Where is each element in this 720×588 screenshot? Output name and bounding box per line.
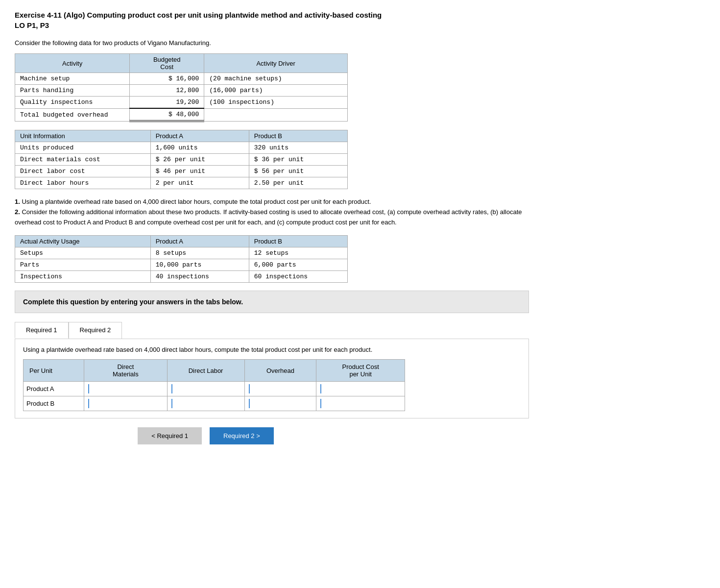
tab-required-1-label: Required 1 bbox=[26, 326, 57, 334]
driver-cell: (16,000 parts) bbox=[204, 85, 348, 97]
product-b-dl-input[interactable] bbox=[171, 399, 240, 408]
product-b-value: 6,000 parts bbox=[249, 259, 347, 271]
tab-instruction: Using a plantwide overhead rate based on… bbox=[23, 346, 521, 353]
product-a-row: Product A bbox=[24, 382, 405, 396]
activity-header: Activity bbox=[15, 54, 130, 73]
table-row: Setups 8 setups 12 setups bbox=[15, 247, 348, 259]
unit-info-header: Unit Information bbox=[15, 130, 151, 142]
tab-required-2[interactable]: Required 2 bbox=[69, 322, 122, 339]
table-row: Parts 10,000 parts 6,000 parts bbox=[15, 259, 348, 271]
activity-table: Activity BudgetedCost Activity Driver Ma… bbox=[15, 53, 348, 122]
product-a-dl-cell[interactable] bbox=[167, 382, 244, 396]
product-a-value: $ 26 per unit bbox=[150, 154, 249, 166]
cost-cell: $ 16,000 bbox=[130, 73, 204, 85]
unit-table-container: Unit Information Product A Product B Uni… bbox=[15, 130, 387, 189]
direct-materials-header: DirectMaterials bbox=[84, 360, 167, 382]
product-b-label: Product B bbox=[24, 396, 84, 411]
cost-cell: 12,800 bbox=[130, 85, 204, 97]
product-b-value: 320 units bbox=[249, 142, 347, 154]
table-row: Direct labor hours 2 per unit 2.50 per u… bbox=[15, 177, 348, 189]
product-b-dm-cell[interactable] bbox=[84, 396, 167, 411]
table-row: Parts handling 12,800 (16,000 parts) bbox=[15, 85, 348, 97]
tab-required-1[interactable]: Required 1 bbox=[15, 322, 69, 339]
product-a-pc-cell[interactable] bbox=[316, 382, 405, 396]
unit-info-table: Unit Information Product A Product B Uni… bbox=[15, 130, 348, 189]
product-b-oh-cell[interactable] bbox=[244, 396, 316, 411]
product-a-label: Product A bbox=[24, 382, 84, 396]
product-a-oh-input[interactable] bbox=[249, 384, 312, 393]
driver-cell bbox=[204, 108, 348, 121]
product-b-dl-cell[interactable] bbox=[167, 396, 244, 411]
activity-cell: Parts handling bbox=[15, 85, 130, 97]
product-a-value: 8 setups bbox=[150, 247, 249, 259]
product-a-header: Product A bbox=[150, 236, 249, 247]
driver-cell: (20 machine setups) bbox=[204, 73, 348, 85]
tab-required-2-label: Required 2 bbox=[80, 326, 111, 334]
product-a-dm-cell[interactable] bbox=[84, 382, 167, 396]
product-b-header: Product B bbox=[249, 236, 347, 247]
budgeted-cost-header: BudgetedCost bbox=[130, 54, 204, 73]
exercise-title: Exercise 4-11 (Algo) Computing product c… bbox=[15, 10, 705, 30]
actual-activity-header: Actual Activity Usage bbox=[15, 236, 151, 247]
activity-driver-header: Activity Driver bbox=[204, 54, 348, 73]
answer-table: Per Unit DirectMaterials Direct Labor Ov… bbox=[23, 359, 405, 411]
product-a-value: 1,600 units bbox=[150, 142, 249, 154]
product-b-dm-input[interactable] bbox=[88, 399, 163, 408]
product-b-value: $ 36 per unit bbox=[249, 154, 347, 166]
product-a-header: Product A bbox=[150, 130, 249, 142]
product-b-header: Product B bbox=[249, 130, 347, 142]
tab-content: Using a plantwide overhead rate based on… bbox=[15, 339, 529, 418]
product-a-value: 40 inspections bbox=[150, 271, 249, 283]
product-b-value: 2.50 per unit bbox=[249, 177, 347, 189]
activity-label: Setups bbox=[15, 247, 151, 259]
table-row: Direct labor cost $ 46 per unit $ 56 per… bbox=[15, 166, 348, 177]
product-b-oh-input[interactable] bbox=[249, 399, 312, 408]
table-row: Total budgeted overhead $ 48,000 bbox=[15, 108, 348, 121]
product-a-value: 2 per unit bbox=[150, 177, 249, 189]
activity-cell: Total budgeted overhead bbox=[15, 108, 130, 121]
product-a-dl-input[interactable] bbox=[171, 384, 240, 393]
activity-cell: Quality inspections bbox=[15, 97, 130, 109]
product-a-oh-cell[interactable] bbox=[244, 382, 316, 396]
intro-text: Consider the following data for two prod… bbox=[15, 39, 705, 47]
product-b-pc-input[interactable] bbox=[320, 399, 401, 408]
unit-info-label: Direct materials cost bbox=[15, 154, 151, 166]
activity-label: Parts bbox=[15, 259, 151, 271]
overhead-header: Overhead bbox=[244, 360, 316, 382]
next-button[interactable]: Required 2 > bbox=[210, 427, 274, 444]
q1-number: 1. bbox=[15, 198, 20, 205]
bottom-nav: < Required 1 Required 2 > bbox=[15, 427, 397, 444]
activity-cell: Machine setup bbox=[15, 73, 130, 85]
table-row: Inspections 40 inspections 60 inspection… bbox=[15, 271, 348, 283]
activity-table-container: Activity BudgetedCost Activity Driver Ma… bbox=[15, 53, 348, 122]
product-a-value: $ 46 per unit bbox=[150, 166, 249, 177]
product-cost-header: Product Costper Unit bbox=[316, 360, 405, 382]
product-b-value: 60 inspections bbox=[249, 271, 347, 283]
title-line1: Exercise 4-11 (Algo) Computing product c… bbox=[15, 11, 382, 19]
table-row: Units produced 1,600 units 320 units bbox=[15, 142, 348, 154]
per-unit-header: Per Unit bbox=[24, 360, 84, 382]
table-row: Machine setup $ 16,000 (20 machine setup… bbox=[15, 73, 348, 85]
product-b-pc-cell[interactable] bbox=[316, 396, 405, 411]
prev-button[interactable]: < Required 1 bbox=[138, 427, 202, 444]
table-row: Direct materials cost $ 26 per unit $ 36… bbox=[15, 154, 348, 166]
complete-banner: Complete this question by entering your … bbox=[15, 291, 529, 313]
unit-info-label: Direct labor cost bbox=[15, 166, 151, 177]
instructions-block: 1. Using a plantwide overhead rate based… bbox=[15, 197, 529, 227]
activity-label: Inspections bbox=[15, 271, 151, 283]
product-a-pc-input[interactable] bbox=[320, 384, 401, 393]
product-a-dm-input[interactable] bbox=[88, 384, 163, 393]
cost-cell: 19,200 bbox=[130, 97, 204, 109]
driver-cell: (100 inspections) bbox=[204, 97, 348, 109]
unit-info-label: Direct labor hours bbox=[15, 177, 151, 189]
q1-text: Using a plantwide overhead rate based on… bbox=[22, 198, 371, 205]
actual-table-container: Actual Activity Usage Product A Product … bbox=[15, 235, 387, 283]
table-row: Quality inspections 19,200 (100 inspecti… bbox=[15, 97, 348, 109]
q2-number: 2. bbox=[15, 208, 20, 216]
product-a-value: 10,000 parts bbox=[150, 259, 249, 271]
tabs-container: Required 1 Required 2 bbox=[15, 322, 529, 339]
product-b-row: Product B bbox=[24, 396, 405, 411]
cost-cell: $ 48,000 bbox=[130, 108, 204, 121]
direct-labor-header: Direct Labor bbox=[167, 360, 244, 382]
actual-activity-table: Actual Activity Usage Product A Product … bbox=[15, 235, 348, 283]
